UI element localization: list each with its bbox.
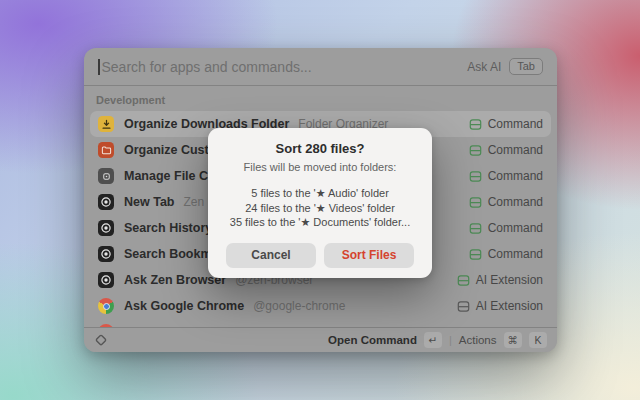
list-item-title: New Tab [124, 195, 174, 209]
dialog-detail-line: 35 files to the '★ Documents' folder... [222, 215, 418, 230]
k-key-badge: K [529, 332, 547, 348]
list-item-subtitle: @google-chrome [253, 299, 345, 313]
confirm-dialog: Sort 280 files? Files will be moved into… [208, 128, 432, 278]
accessory: Command [469, 143, 543, 157]
accessory-label: Command [488, 169, 543, 183]
cancel-button[interactable]: Cancel [226, 243, 316, 268]
download-icon [98, 116, 114, 132]
zen-browser-icon [98, 272, 114, 288]
list-item[interactable]: Create New Incognito Window Google Chrom… [90, 319, 551, 327]
accessory-label: Command [488, 143, 543, 157]
chrome-icon [98, 298, 114, 314]
primary-action-label[interactable]: Open Command [328, 334, 417, 346]
sort-files-button[interactable]: Sort Files [324, 243, 414, 268]
dialog-title: Sort 280 files? [222, 141, 418, 156]
zen-browser-icon [98, 220, 114, 236]
command-type-icon [469, 170, 482, 183]
accessory-label: AI Extension [476, 273, 543, 287]
accessory: Command [469, 169, 543, 183]
zen-browser-icon [98, 246, 114, 262]
text-caret [98, 59, 100, 75]
folder-icon [98, 142, 114, 158]
accessory: AI Extension [457, 273, 543, 287]
dialog-detail-line: 24 files to the '★ Videos' folder [222, 201, 418, 216]
tab-key-badge: Tab [509, 58, 543, 75]
list-item[interactable]: Ask Google Chrome @google-chrome AI Exte… [90, 293, 551, 319]
ask-ai-label[interactable]: Ask AI [467, 60, 501, 74]
enter-key-badge: ↵ [424, 332, 442, 348]
zen-browser-icon [98, 194, 114, 210]
command-type-icon [469, 248, 482, 261]
accessory-label: Command [488, 117, 543, 131]
ai-extension-icon [457, 274, 470, 287]
section-header: Development [90, 86, 551, 111]
footer-divider: | [449, 334, 452, 346]
accessory: Command [469, 117, 543, 131]
list-item-title: Ask Google Chrome [124, 299, 244, 313]
command-type-icon [469, 222, 482, 235]
categories-icon [98, 168, 114, 184]
accessory: Command [469, 195, 543, 209]
list-item-title: Search History [124, 221, 212, 235]
command-type-icon [469, 196, 482, 209]
accessory: Command [469, 247, 543, 261]
accessory: Command [469, 221, 543, 235]
dialog-subtitle: Files will be moved into folders: [222, 161, 418, 173]
raycast-logo-icon [94, 333, 108, 347]
accessory-label: AI Extension [476, 299, 543, 313]
accessory-label: Command [488, 221, 543, 235]
accessory-label: Command [488, 247, 543, 261]
search-input[interactable]: Search for apps and commands... [102, 59, 312, 75]
cmd-key-badge: ⌘ [504, 332, 523, 348]
actions-menu-label[interactable]: Actions [459, 334, 497, 346]
accessory: AI Extension [457, 299, 543, 313]
ai-extension-icon [457, 300, 470, 313]
search-bar[interactable]: Search for apps and commands... Ask AI T… [84, 48, 557, 86]
action-bar: Open Command ↵ | Actions ⌘ K [84, 327, 557, 352]
dialog-detail-line: 5 files to the '★ Audio' folder [222, 186, 418, 201]
command-type-icon [469, 118, 482, 131]
command-type-icon [469, 144, 482, 157]
accessory-label: Command [488, 195, 543, 209]
